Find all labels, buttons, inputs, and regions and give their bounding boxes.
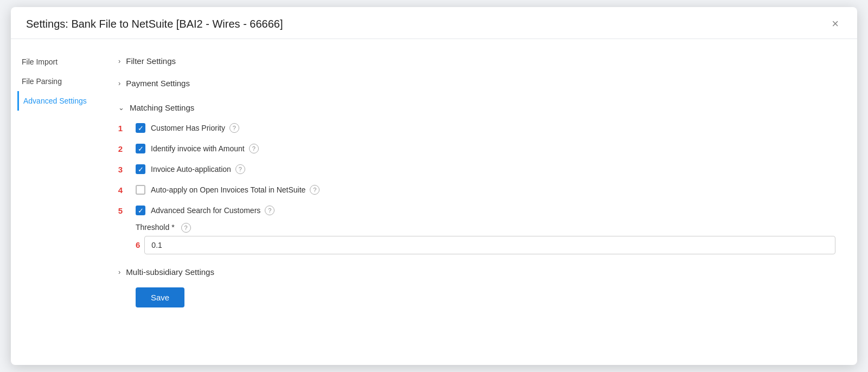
chevron-right-icon-2: › <box>118 79 120 87</box>
help-icon-1[interactable]: ? <box>229 123 239 133</box>
chevron-down-icon: ⌄ <box>118 104 124 112</box>
threshold-help-icon[interactable]: ? <box>181 223 191 233</box>
label-advanced-search-customers: Advanced Search for Customers <box>151 206 260 215</box>
help-icon-2[interactable]: ? <box>249 144 259 153</box>
label-identify-invoice: Identify invoice with Amount <box>151 144 245 153</box>
multi-subsidiary-section[interactable]: › Multi-subsidiary Settings <box>118 260 835 282</box>
row-number-6: 6 <box>136 240 140 249</box>
checkbox-customer-priority[interactable]: ✓ <box>136 123 145 133</box>
modal-header: Settings: Bank File to NetSuite [BAI2 - … <box>11 7 857 39</box>
checkbox-advanced-search-customers[interactable]: ✓ <box>136 206 145 215</box>
row-number-3: 3 <box>113 165 123 174</box>
filter-settings-label: Filter Settings <box>126 56 176 66</box>
matching-row-3: 3 ✓ Invoice Auto-application ? <box>118 159 835 179</box>
checkbox-invoice-auto-application[interactable]: ✓ <box>136 164 145 174</box>
threshold-section: Threshold * ? 6 <box>118 223 835 254</box>
sidebar-item-file-import[interactable]: File Import <box>22 52 103 72</box>
matching-row-5: 5 ✓ Advanced Search for Customers ? <box>118 200 835 221</box>
row-number-4: 4 <box>113 185 123 195</box>
row-number-5: 5 <box>113 206 123 215</box>
payment-settings-label: Payment Settings <box>126 79 190 88</box>
checkbox-auto-apply-open-invoices[interactable] <box>136 185 145 195</box>
sidebar-item-advanced-settings[interactable]: Advanced Settings <box>17 91 103 111</box>
settings-modal: Settings: Bank File to NetSuite [BAI2 - … <box>11 7 857 365</box>
chevron-right-icon-3: › <box>118 268 120 276</box>
modal-title: Settings: Bank File to NetSuite [BAI2 - … <box>26 18 283 30</box>
help-icon-4[interactable]: ? <box>310 185 320 195</box>
close-button[interactable]: × <box>828 17 842 31</box>
save-button[interactable]: Save <box>136 287 184 307</box>
help-icon-5[interactable]: ? <box>265 206 275 215</box>
checkbox-identify-invoice[interactable]: ✓ <box>136 144 145 153</box>
row-number-2: 2 <box>113 144 123 153</box>
label-auto-apply-open-invoices: Auto-apply on Open Invoices Total in Net… <box>151 185 305 194</box>
matching-row-2: 2 ✓ Identify invoice with Amount ? <box>118 138 835 159</box>
row-number-1: 1 <box>113 124 123 133</box>
content-area: › Filter Settings › Payment Settings ⌄ M… <box>103 39 857 365</box>
sidebar: File Import File Parsing Advanced Settin… <box>11 39 103 365</box>
matching-settings-section[interactable]: ⌄ Matching Settings <box>118 95 835 118</box>
label-customer-priority: Customer Has Priority <box>151 124 225 132</box>
threshold-input[interactable] <box>144 236 835 254</box>
sidebar-item-file-parsing[interactable]: File Parsing <box>22 72 103 91</box>
multi-subsidiary-label: Multi-subsidiary Settings <box>126 267 214 277</box>
filter-settings-section[interactable]: › Filter Settings <box>118 49 835 71</box>
matching-row-4: 4 Auto-apply on Open Invoices Total in N… <box>118 179 835 200</box>
label-invoice-auto-application: Invoice Auto-application <box>151 165 231 174</box>
modal-body: File Import File Parsing Advanced Settin… <box>11 39 857 365</box>
matching-settings-label: Matching Settings <box>130 103 194 112</box>
threshold-label: Threshold * ? <box>136 223 835 233</box>
help-icon-3[interactable]: ? <box>235 164 245 174</box>
chevron-right-icon: › <box>118 57 120 65</box>
threshold-input-row: 6 <box>136 236 835 254</box>
payment-settings-section[interactable]: › Payment Settings <box>118 71 835 93</box>
matching-row-1: 1 ✓ Customer Has Priority ? <box>118 118 835 138</box>
